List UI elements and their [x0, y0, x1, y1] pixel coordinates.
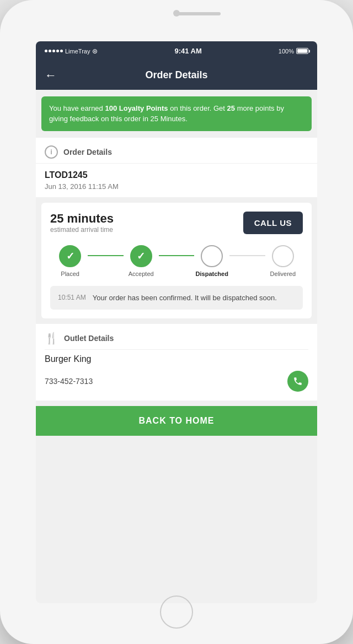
order-section-header: i Order Details: [36, 138, 317, 164]
phone-frame: LimeTray ⊛ 9:41 AM 100% ← Order Details: [0, 0, 353, 644]
loyalty-banner: You have earned 100 Loyalty Points on th…: [41, 96, 312, 131]
bonus-points-bold: 25: [227, 104, 235, 112]
phone-icon: [293, 376, 303, 386]
signal-dot-4: [56, 50, 59, 52]
home-button[interactable]: [160, 596, 193, 629]
status-left: LimeTray ⊛: [45, 47, 98, 55]
eta-info: 25 minutes estimated arrival time: [50, 212, 114, 234]
back-button[interactable]: ←: [45, 68, 57, 83]
check-icon-placed: ✓: [66, 250, 74, 262]
outlet-call-button[interactable]: [287, 371, 308, 392]
phone-screen: LimeTray ⊛ 9:41 AM 100% ← Order Details: [36, 41, 317, 603]
step-accepted: ✓ Accepted: [124, 245, 159, 277]
status-message: 10:51 AM Your order has been confirmed. …: [50, 286, 303, 310]
step-circle-delivered: [272, 245, 294, 267]
outlet-phone-row: 733-452-7313: [45, 371, 308, 392]
loyalty-points-bold: 100 Loyalty Points: [105, 104, 168, 112]
battery-body: [296, 48, 308, 54]
order-info: LTOD1245 Jun 13, 2016 11:15 AM: [36, 164, 317, 197]
delivery-card: 25 minutes estimated arrival time CALL U…: [41, 203, 312, 319]
eta-time: 25 minutes: [50, 212, 114, 226]
outlet-body: Burger King 733-452-7313: [36, 350, 317, 401]
outlet-phone: 733-452-7313: [45, 377, 93, 386]
progress-tracker: ✓ Placed ✓ Accepted: [50, 245, 303, 277]
outlet-header: 🍴 Outlet Details: [36, 324, 317, 349]
call-us-button[interactable]: CALL US: [243, 212, 303, 234]
step-dispatched: Dispatched: [194, 245, 229, 277]
outlet-section: 🍴 Outlet Details Burger King 733-452-731…: [36, 324, 317, 401]
order-date: Jun 13, 2016 11:15 AM: [45, 182, 308, 191]
connector-1: [88, 255, 123, 256]
check-icon-accepted: ✓: [137, 250, 145, 262]
step-label-accepted: Accepted: [129, 270, 154, 277]
loyalty-text: You have earned 100 Loyalty Points on th…: [49, 103, 304, 125]
status-right: 100%: [279, 48, 308, 55]
wifi-icon: ⊛: [92, 47, 98, 55]
step-label-dispatched: Dispatched: [196, 270, 228, 277]
outlet-name: Burger King: [45, 354, 308, 364]
restaurant-icon: 🍴: [45, 332, 58, 345]
signal-dot-5: [60, 50, 63, 52]
back-arrow-icon: ←: [45, 68, 57, 83]
step-placed: ✓ Placed: [52, 245, 88, 277]
battery-icon: [296, 48, 308, 54]
info-icon: i: [45, 145, 58, 159]
page-title: Order Details: [145, 69, 207, 81]
step-circle-accepted: ✓: [130, 245, 152, 267]
battery-fill: [297, 49, 307, 53]
signal-dot-3: [52, 50, 55, 52]
order-id: LTOD1245: [45, 170, 308, 180]
carrier-label: LimeTray: [65, 48, 90, 55]
signal-dot-1: [45, 50, 47, 52]
order-section-title: Order Details: [63, 148, 112, 156]
content-area: You have earned 100 Loyalty Points on th…: [36, 90, 317, 603]
signal-dot-2: [49, 50, 51, 52]
step-label-delivered: Delivered: [270, 270, 296, 277]
signal-dots: [45, 50, 63, 52]
app-header: ← Order Details: [36, 61, 317, 90]
message-text: Your order has been confirmed. It will b…: [93, 293, 277, 304]
delivery-top: 25 minutes estimated arrival time CALL U…: [50, 212, 303, 234]
status-bar: LimeTray ⊛ 9:41 AM 100%: [36, 41, 317, 61]
status-time: 9:41 AM: [174, 47, 201, 55]
order-details-card: i Order Details LTOD1245 Jun 13, 2016 11…: [36, 138, 317, 197]
battery-percent: 100%: [279, 48, 294, 55]
step-circle-dispatched: [201, 245, 223, 267]
message-time: 10:51 AM: [58, 293, 86, 301]
step-label-placed: Placed: [61, 270, 79, 277]
outlet-section-title: Outlet Details: [64, 334, 114, 343]
step-circle-placed: ✓: [59, 245, 81, 267]
back-to-home-button[interactable]: BACK TO HOME: [36, 406, 317, 436]
eta-label: estimated arrival time: [50, 226, 114, 234]
connector-2: [159, 255, 194, 256]
connector-3: [229, 255, 265, 256]
step-delivered: Delivered: [265, 245, 301, 277]
